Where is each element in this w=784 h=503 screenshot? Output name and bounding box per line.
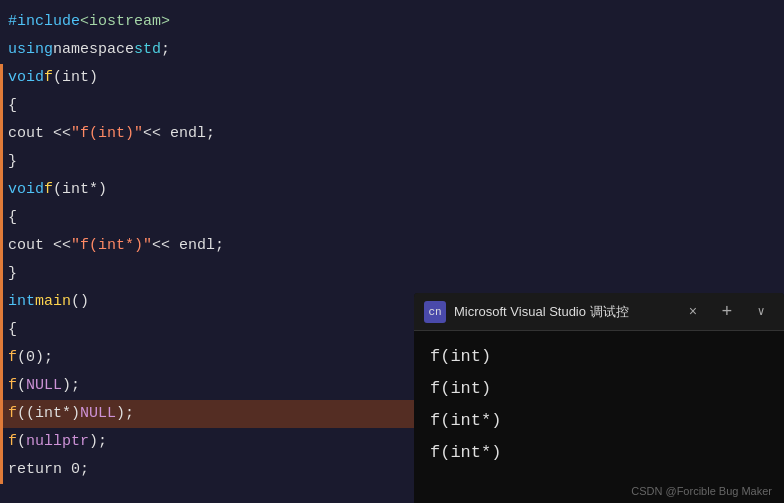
code-token-5-0: cout << (8, 120, 71, 148)
code-token-2-3: ; (161, 36, 170, 64)
code-token-1-1: <iostream> (80, 8, 170, 36)
code-token-2-0: using (8, 36, 53, 64)
code-line-3: void f(int) (0, 64, 784, 92)
debug-output-line-3: f(int*) (430, 405, 768, 437)
debug-output: f(int)f(int)f(int*)f(int*) (414, 331, 784, 479)
code-token-13-1: f (8, 344, 17, 372)
line-indicator (0, 372, 3, 400)
chevron-button[interactable]: ∨ (748, 299, 774, 325)
debug-icon-label: cn (428, 306, 441, 318)
debug-panel: cn Microsoft Visual Studio 调试控 × + ∨ f(i… (414, 293, 784, 503)
code-token-3-2: f (44, 64, 53, 92)
line-indicator (0, 288, 3, 316)
line-indicator (0, 400, 3, 428)
debug-output-line-2: f(int) (430, 373, 768, 405)
line-indicator (0, 260, 3, 288)
code-line-1: #include<iostream> (0, 8, 784, 36)
line-indicator (0, 176, 3, 204)
debug-title: Microsoft Visual Studio 调试控 (454, 303, 672, 321)
code-line-2: using namespace std; (0, 36, 784, 64)
code-line-5: cout << "f(int)" << endl; (0, 120, 784, 148)
code-token-17-0: return 0; (8, 456, 89, 484)
code-token-3-3: (int) (53, 64, 98, 92)
chevron-down-icon: ∨ (757, 304, 764, 319)
code-line-9: cout << "f(int*)" << endl; (0, 232, 784, 260)
line-indicator (0, 204, 3, 232)
debug-footer: CSDN @Forcible Bug Maker (631, 485, 772, 497)
code-token-15-2: ((int*) (17, 400, 80, 428)
line-indicator (0, 316, 3, 344)
code-token-16-4: ); (89, 428, 107, 456)
code-token-7-2: f (44, 176, 53, 204)
code-token-5-1: "f(int)" (71, 120, 143, 148)
code-token-11-0: int (8, 288, 35, 316)
code-token-15-1: f (8, 400, 17, 428)
code-token-14-1: f (8, 372, 17, 400)
code-token-5-2: << endl; (143, 120, 215, 148)
code-token-3-0: void (8, 64, 44, 92)
add-icon: + (722, 302, 733, 322)
line-indicator (0, 120, 3, 148)
code-token-1-0: #include (8, 8, 80, 36)
code-token-15-3: NULL (80, 400, 116, 428)
code-token-9-1: "f(int*)" (71, 232, 152, 260)
debug-output-line-4: f(int*) (430, 437, 768, 469)
line-indicator (0, 92, 3, 120)
code-token-12-0: { (8, 316, 17, 344)
code-token-7-0: void (8, 176, 44, 204)
code-token-15-4: ); (116, 400, 134, 428)
code-token-14-4: ); (62, 372, 80, 400)
code-token-16-3: nullptr (26, 428, 89, 456)
code-token-4-0: { (8, 92, 17, 120)
add-button[interactable]: + (714, 299, 740, 325)
code-line-10: } (0, 260, 784, 288)
code-token-8-0: { (8, 204, 17, 232)
line-indicator (0, 344, 3, 372)
code-token-2-1: namespace (53, 36, 134, 64)
code-line-6: } (0, 148, 784, 176)
line-indicator (0, 232, 3, 260)
debug-titlebar: cn Microsoft Visual Studio 调试控 × + ∨ (414, 293, 784, 331)
line-indicator (0, 456, 3, 484)
code-token-6-0: } (8, 148, 17, 176)
line-indicator (0, 148, 3, 176)
code-line-4: { (0, 92, 784, 120)
debug-icon: cn (424, 301, 446, 323)
code-token-16-1: f (8, 428, 17, 456)
code-token-7-3: (int*) (53, 176, 107, 204)
line-indicator (0, 428, 3, 456)
code-token-13-2: (0); (17, 344, 53, 372)
code-token-14-3: NULL (26, 372, 62, 400)
code-token-14-2: ( (17, 372, 26, 400)
code-token-11-2: main (35, 288, 71, 316)
code-token-9-0: cout << (8, 232, 71, 260)
line-indicator (0, 64, 3, 92)
code-line-7: void f(int*) (0, 176, 784, 204)
close-button[interactable]: × (680, 299, 706, 325)
code-token-9-2: << endl; (152, 232, 224, 260)
code-token-10-0: } (8, 260, 17, 288)
debug-output-line-1: f(int) (430, 341, 768, 373)
close-icon: × (689, 304, 697, 320)
code-token-11-3: () (71, 288, 89, 316)
code-token-16-2: ( (17, 428, 26, 456)
code-token-2-2: std (134, 36, 161, 64)
code-line-8: { (0, 204, 784, 232)
